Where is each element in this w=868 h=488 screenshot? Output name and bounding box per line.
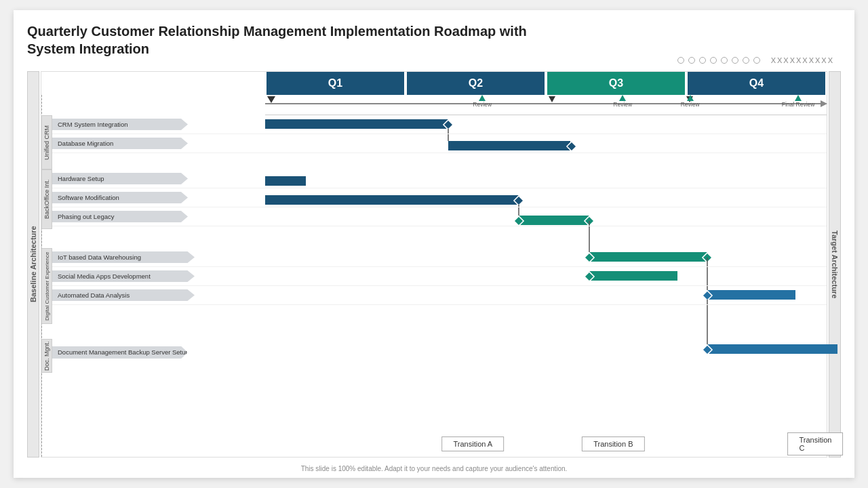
task-label-crm-integration: CRM System Integration (52, 119, 188, 130)
quarters-row: Q1 Q2 Q3 Q4 (265, 72, 827, 95)
crm-spacer (52, 153, 827, 169)
task-row-hardware: Hardware Setup (52, 169, 827, 188)
q1-header: Q1 (267, 72, 404, 95)
q4-header: Q4 (688, 72, 825, 95)
baseline-architecture-label: Baseline Architecture (27, 71, 39, 458)
group-label-crm: Unified CRM (41, 115, 52, 169)
transition-labels: Transition A Transition B Transition C (265, 431, 827, 457)
task-label-cell-social: Social Media Apps Development (52, 270, 265, 282)
dot-2 (688, 57, 695, 64)
task-label-doc: Document Management Backup Server Setup (52, 346, 188, 359)
group-digital-rows: IoT based Data Warehousing Social Media … (52, 248, 827, 324)
slide-title: Quarterly Customer Relationship Manageme… (27, 22, 637, 58)
review-marker-2 (549, 96, 555, 102)
group-doc: Doc. Mgnt. Document Management Backup Se… (41, 339, 827, 373)
gantt-chart: Q1 Q2 Q3 Q4 Review (41, 71, 827, 458)
review-marker-3: Review (613, 95, 632, 108)
task-label-social: Social Media Apps Development (52, 270, 195, 282)
group-label-digital: Digital Customer Experience (41, 248, 52, 324)
dot-8 (753, 57, 760, 64)
task-label-cell-crm: CRM System Integration (52, 119, 265, 130)
transition-b-label: Transition B (582, 436, 644, 451)
task-label-cell-doc: Document Management Backup Server Setup (52, 346, 265, 359)
task-label-db-migration: Database Migration (52, 138, 188, 149)
group-backoffice-rows: Hardware Setup Software Modification Pha… (52, 169, 827, 229)
backoffice-spacer (52, 226, 827, 229)
task-label-software: Software Modification (52, 192, 188, 203)
task-label-hardware: Hardware Setup (52, 173, 188, 184)
task-row-legacy: Phasing out Legacy (52, 207, 827, 226)
dot-6 (732, 57, 738, 64)
task-row-iot: IoT based Data Warehousing (52, 248, 827, 267)
transition-a-label: Transition A (442, 436, 505, 451)
task-label-cell-db: Database Migration (52, 138, 265, 149)
review-marker-5: Review (681, 95, 700, 108)
group-crm-rows: CRM System Integration Database Migratio… (52, 115, 827, 169)
transition-c-label: Transition C (787, 432, 843, 455)
task-row-crm-integration: CRM System Integration (52, 115, 827, 134)
progress-dots: XXXXXXXXXX (677, 56, 834, 64)
timeline-area: Review Review Review (265, 95, 827, 115)
q2-header: Q2 (407, 72, 545, 95)
title-line1: Quarterly Customer Relationship Manageme… (27, 24, 527, 39)
task-row-software: Software Modification (52, 188, 827, 207)
dot-5 (721, 57, 728, 64)
group-label-doc: Doc. Mgnt. (41, 339, 52, 373)
group-label-backoffice: BackOffice Int. (41, 169, 52, 229)
group-backoffice: BackOffice Int. Hardware Setup Software … (41, 169, 827, 229)
final-review-marker: Final Review (782, 95, 815, 108)
task-label-iot: IoT based Data Warehousing (52, 251, 195, 263)
task-label-auto: Automated Data Analysis (52, 289, 195, 301)
row-labels-area: Unified CRM CRM System Integration Datab… (41, 115, 827, 426)
chart-container: Baseline Architecture Q1 Q2 Q3 Q4 (27, 71, 841, 458)
footer-text: This slide is 100% editable. Adapt it to… (14, 465, 854, 472)
x-label: XXXXXXXXXX (771, 56, 834, 64)
group-digital: Digital Customer Experience IoT based Da… (41, 248, 827, 324)
task-row-auto: Automated Data Analysis (52, 286, 827, 305)
dot-3 (699, 57, 706, 64)
task-label-cell-auto: Automated Data Analysis (52, 289, 265, 301)
task-label-cell-iot: IoT based Data Warehousing (52, 251, 265, 263)
task-row-doc: Document Management Backup Server Setup (52, 339, 827, 366)
title-line2: System Integration (27, 41, 149, 56)
timeline-arrow (265, 103, 823, 104)
slide: Quarterly Customer Relationship Manageme… (14, 10, 854, 478)
q3-header: Q3 (547, 72, 685, 95)
task-label-legacy: Phasing out Legacy (52, 211, 188, 222)
dot-4 (710, 57, 717, 64)
task-label-cell-sw: Software Modification (52, 192, 265, 203)
group-crm: Unified CRM CRM System Integration Datab… (41, 115, 827, 169)
review-marker-1: Review (473, 95, 492, 108)
task-label-cell-hw: Hardware Setup (52, 173, 265, 184)
dot-7 (743, 57, 749, 64)
dot-1 (677, 57, 684, 64)
task-label-cell-legacy: Phasing out Legacy (52, 211, 265, 222)
group-doc-rows: Document Management Backup Server Setup (52, 339, 827, 373)
task-row-social: Social Media Apps Development (52, 267, 827, 286)
target-architecture-label: Target Architecture (829, 71, 841, 458)
start-marker (267, 96, 275, 103)
task-row-db-migration: Database Migration (52, 134, 827, 153)
digital-spacer (52, 305, 827, 324)
